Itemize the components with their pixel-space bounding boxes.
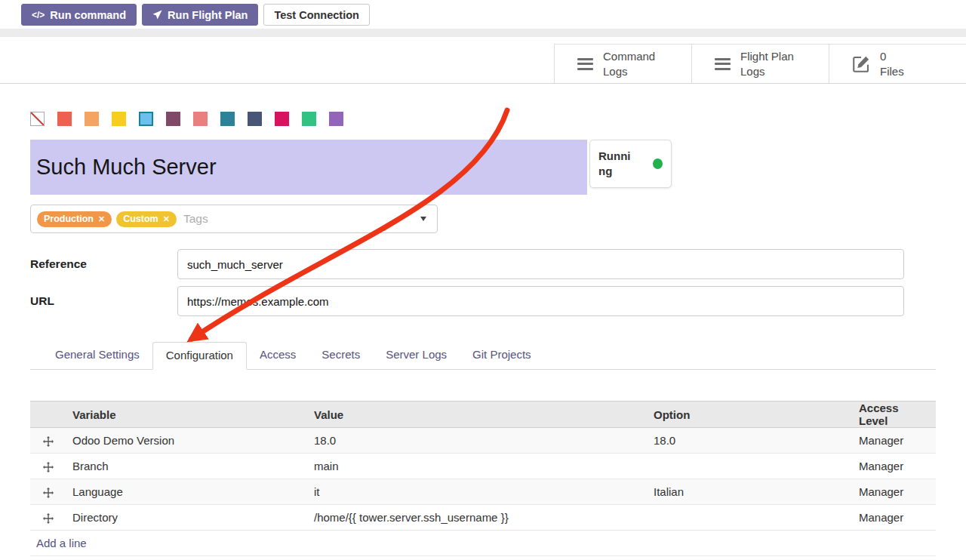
cell-value[interactable]: /home/{{ tower.server.ssh_username }} [308,505,648,531]
drag-handle-icon[interactable] [30,505,66,531]
color-palette [30,112,936,126]
reference-field-row: Reference [30,249,936,279]
tag-custom-label: Custom [123,214,158,224]
column-header-variable: Variable [66,402,308,428]
cell-variable[interactable]: Language [66,479,308,505]
configuration-table: Variable Value Option Access Level Odoo … [30,401,936,556]
tag-production[interactable]: Production ✕ [37,211,112,227]
flight-plan-logs-button[interactable]: Flight Plan Logs [691,45,829,83]
cell-access-level[interactable]: Manager [853,454,936,479]
tab-access[interactable]: Access [247,342,309,369]
color-swatch-fuchsia[interactable] [275,112,289,126]
color-swatch-green[interactable] [302,112,316,126]
run-flight-plan-label: Run Flight Plan [168,9,248,21]
flight-plan-logs-label: Flight Plan Logs [740,49,794,78]
cell-variable[interactable]: Directory [66,505,308,531]
reference-input[interactable] [177,249,904,279]
header-row: Command Logs Flight Plan Logs [0,37,966,84]
server-form-page: </> Run command Run Flight Plan Test Con… [0,0,966,560]
cell-variable[interactable]: Branch [66,454,308,479]
tags-field[interactable]: Production ✕ Custom ✕ Tags [30,205,438,233]
running-status-button[interactable]: Running [589,140,672,188]
add-a-line-link[interactable]: Add a line [36,537,87,549]
page-title: Such Much Server [36,155,217,180]
url-field-row: URL [30,286,936,316]
top-toolbar: </> Run command Run Flight Plan Test Con… [0,0,966,29]
tab-server-logs[interactable]: Server Logs [373,342,460,369]
server-name-field[interactable]: Such Much Server [30,140,587,195]
tags-placeholder: Tags [183,212,208,226]
reference-label: Reference [30,257,177,271]
divider-strip [0,29,966,37]
url-label: URL [30,294,177,308]
color-swatch-purple[interactable] [329,112,343,126]
run-command-label: Run command [50,9,126,21]
cell-access-level[interactable]: Manager [853,428,936,454]
cell-variable[interactable]: Odoo Demo Version [66,428,308,454]
status-label: Running [598,149,635,180]
paper-plane-icon [152,10,162,20]
form-sheet: Such Much Server Running Production ✕ Cu… [0,112,966,556]
table-row: Odoo Demo Version 18.0 18.0 Manager [30,428,936,454]
notebook-tabs: General Settings Configuration Access Se… [30,342,936,370]
files-count: 0 [880,49,904,64]
tab-configuration[interactable]: Configuration [152,342,247,370]
files-label: 0 Files [880,49,904,78]
configuration-table-wrap: Variable Value Option Access Level Odoo … [30,401,936,556]
no-color-swatch[interactable] [30,112,45,126]
cell-access-level[interactable]: Manager [853,505,936,531]
drag-handle-icon[interactable] [30,479,66,505]
color-swatch-red[interactable] [57,112,72,126]
add-line-row: Add a line [30,531,936,556]
handle-column-header [30,402,66,428]
cell-value[interactable]: 18.0 [308,428,648,454]
log-lines-icon [577,55,593,72]
tab-secrets[interactable]: Secrets [309,342,373,369]
title-row: Such Much Server Running [30,140,936,195]
cell-option[interactable]: Italian [648,479,853,505]
run-flight-plan-button[interactable]: Run Flight Plan [142,4,258,26]
color-swatch-teal[interactable] [220,112,235,126]
table-row: Branch main Manager [30,454,936,479]
cell-value[interactable]: main [308,454,648,479]
url-input[interactable] [177,286,904,316]
tag-production-label: Production [44,214,94,224]
tab-git-projects[interactable]: Git Projects [460,342,544,369]
status-green-dot-icon [653,158,663,169]
drag-handle-icon[interactable] [30,428,66,454]
code-icon: </> [32,10,45,20]
tab-general-settings[interactable]: General Settings [42,342,152,369]
run-command-button[interactable]: </> Run command [21,4,137,26]
stat-button-group: Command Logs Flight Plan Logs [554,44,966,83]
cell-value[interactable]: it [308,479,648,505]
edit-icon [852,55,870,73]
color-swatch-darkpurple[interactable] [166,112,180,126]
drag-handle-icon[interactable] [30,454,66,479]
color-swatch-orange[interactable] [85,112,99,126]
table-row: Language it Italian Manager [30,479,936,505]
cell-option[interactable] [648,454,853,479]
test-connection-label: Test Connection [274,9,359,21]
dropdown-caret-icon[interactable] [420,217,426,221]
command-logs-label: Command Logs [603,49,655,78]
cell-option[interactable]: 18.0 [648,428,853,454]
column-header-option: Option [648,402,853,428]
command-logs-button[interactable]: Command Logs [554,45,691,83]
files-button[interactable]: 0 Files [829,45,966,83]
color-swatch-yellow[interactable] [112,112,126,126]
table-row: Directory /home/{{ tower.server.ssh_user… [30,505,936,531]
color-swatch-navy[interactable] [248,112,262,126]
cell-option[interactable] [648,505,853,531]
color-swatch-lightblue-selected[interactable] [139,112,153,126]
column-header-access-level: Access Level [853,402,936,428]
column-header-value: Value [308,402,648,428]
log-lines-icon [715,55,731,72]
table-header-row: Variable Value Option Access Level [30,402,936,428]
color-swatch-salmon[interactable] [193,112,208,126]
test-connection-button[interactable]: Test Connection [263,4,370,26]
tag-remove-icon[interactable]: ✕ [163,214,170,224]
tag-remove-icon[interactable]: ✕ [98,214,105,224]
cell-access-level[interactable]: Manager [853,479,936,505]
tag-custom[interactable]: Custom ✕ [116,211,177,227]
